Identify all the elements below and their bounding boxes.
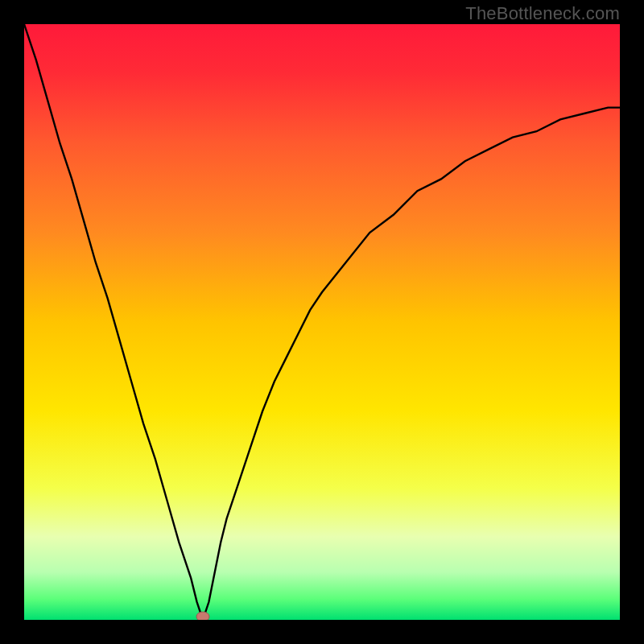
plot-area — [24, 24, 620, 620]
chart-frame: TheBottleneck.com — [0, 0, 644, 644]
watermark-label: TheBottleneck.com — [465, 3, 620, 24]
bottleneck-chart — [24, 24, 620, 620]
optimal-point-marker — [196, 612, 209, 620]
